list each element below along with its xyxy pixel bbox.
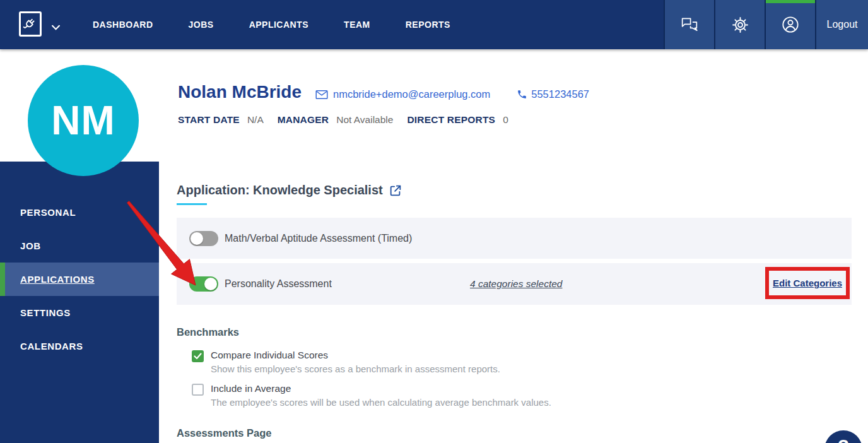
settings-button[interactable] [714,0,765,49]
primary-nav: DASHBOARD JOBS APPLICANTS TEAM REPORTS [93,0,450,49]
sidebar-item-personal[interactable]: PERSONAL [0,196,159,229]
help-button[interactable]: ? [824,430,862,443]
careerplug-logo[interactable] [19,11,42,37]
active-tab-indicator [766,0,815,3]
phone-icon [517,89,527,100]
manager-label: MANAGER [278,114,329,126]
assessment-row-personality: Personality Assessment 4 categories sele… [177,263,852,305]
assessment-label: Math/Verbal Aptitude Assessment (Timed) [225,233,412,244]
question-mark-icon: ? [838,435,849,443]
toggle-knob [191,232,203,245]
sidebar-item-label: SETTINGS [20,307,71,318]
nav-jobs[interactable]: JOBS [189,20,214,30]
sidebar-item-calendars[interactable]: CALENDARS [0,329,159,363]
nav-reports[interactable]: REPORTS [406,20,450,30]
application-title-text: Application: Knowledge Specialist [177,183,383,198]
start-date-label: START DATE [178,114,240,126]
checkbox-label[interactable]: Compare Individual Scores [211,350,500,361]
gear-icon [732,16,749,33]
checkbox-description: Show this employee's scores as a benchma… [211,363,500,374]
direct-reports-value: 0 [503,114,508,126]
navbar-utilities: Logout [664,0,868,49]
employee-email-link[interactable]: nmcbride+demo@careerplug.com [333,88,490,100]
account-icon [782,16,799,33]
sidebar-item-label: PERSONAL [20,207,76,218]
include-in-average-option: Include in Average The employee's scores… [192,383,551,408]
chevron-down-icon[interactable] [52,21,60,33]
nav-team[interactable]: TEAM [344,20,370,30]
categories-selected-link[interactable]: 4 categories selected [470,278,562,290]
sidebar-item-label: JOB [20,240,41,251]
nav-applicants[interactable]: APPLICANTS [249,20,308,30]
active-item-indicator [0,263,5,296]
sidebar-item-label: APPLICATIONS [20,274,95,285]
employee-meta: START DATE N/A MANAGER Not Available DIR… [178,114,522,126]
external-link-icon[interactable] [389,184,402,198]
nav-dashboard[interactable]: DASHBOARD [93,20,153,30]
employee-avatar: NM [28,65,139,176]
sidebar-item-job[interactable]: JOB [0,229,159,263]
include-in-average-checkbox[interactable] [192,384,204,396]
toggle-knob [204,278,217,290]
assessments-page-heading: Assessments Page [177,427,271,439]
sidebar-item-applications[interactable]: APPLICATIONS [0,263,159,296]
checkbox-description: The employee's scores will be used when … [211,397,551,408]
employee-applications-page: DASHBOARD JOBS APPLICANTS TEAM REPORTS [0,0,868,443]
title-underline [177,203,207,205]
account-button[interactable] [765,0,815,49]
edit-categories-button[interactable]: Edit Categories [773,278,842,288]
compare-individual-scores-option: Compare Individual Scores Show this empl… [192,350,500,374]
assessment-row-math-verbal: Math/Verbal Aptitude Assessment (Timed) [177,218,852,259]
benchmarks-heading: Benchmarks [177,326,239,338]
application-section-title: Application: Knowledge Specialist [177,183,402,198]
start-date-value: N/A [247,114,264,126]
compare-individual-scores-checkbox[interactable] [192,350,204,362]
sidebar-item-settings[interactable]: SETTINGS [0,296,159,329]
assessment-label: Personality Assessment [225,278,332,290]
annotation-highlight-box: Edit Categories [765,267,850,299]
top-navbar: DASHBOARD JOBS APPLICANTS TEAM REPORTS [0,0,868,49]
chat-icon [681,16,698,33]
checkbox-label[interactable]: Include in Average [211,383,551,394]
logout-button[interactable]: Logout [815,0,868,49]
employee-sidebar: PERSONAL JOB APPLICATIONS SETTINGS CALEN… [0,162,159,443]
direct-reports-label: DIRECT REPORTS [407,114,495,126]
math-verbal-toggle[interactable] [189,231,218,246]
sidebar-item-label: CALENDARS [20,341,83,351]
personality-toggle[interactable] [189,276,218,292]
email-icon [315,90,328,100]
manager-value: Not Available [336,114,393,126]
messages-button[interactable] [664,0,714,49]
plug-icon [22,15,38,33]
check-icon [194,353,202,360]
employee-phone-group: 5551234567 [517,88,589,100]
employee-contact: nmcbride+demo@careerplug.com 5551234567 [315,88,589,100]
employee-phone-link[interactable]: 5551234567 [531,88,589,100]
employee-name: Nolan McBride [178,82,302,102]
